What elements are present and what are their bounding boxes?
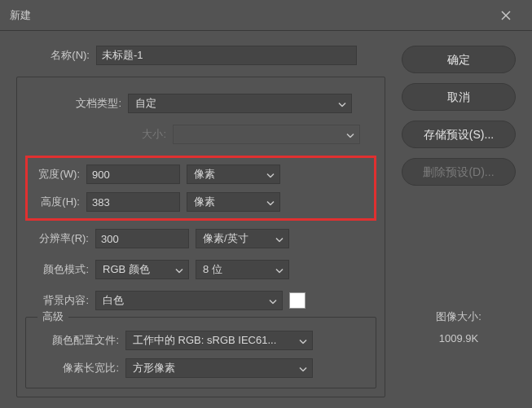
main-fieldset: 文档类型: 自定 大小: 宽度(W): 像素	[16, 77, 385, 397]
bit-depth-value: 8 位	[203, 262, 222, 277]
doc-type-value: 自定	[135, 96, 156, 111]
titlebar: 新建	[0, 0, 532, 31]
height-unit-select[interactable]: 像素	[187, 192, 280, 212]
aspect-value: 方形像素	[133, 361, 175, 375]
name-input[interactable]	[96, 46, 357, 65]
resolution-input[interactable]	[95, 229, 189, 248]
chevron-down-icon	[299, 335, 307, 347]
chevron-down-icon	[266, 169, 275, 181]
image-size-value: 1009.9K	[402, 332, 516, 344]
chevron-down-icon	[275, 264, 284, 276]
width-input[interactable]	[86, 165, 180, 184]
size-select	[173, 125, 360, 144]
image-size-label: 图像大小:	[402, 309, 516, 324]
resolution-unit-value: 像素/英寸	[203, 231, 248, 246]
chevron-down-icon	[346, 129, 354, 141]
profile-select[interactable]: 工作中的 RGB: sRGB IEC61...	[125, 331, 313, 350]
chevron-down-icon	[299, 362, 307, 375]
chevron-down-icon	[175, 264, 183, 276]
resolution-label: 分辨率(R):	[25, 231, 89, 246]
image-size-info: 图像大小: 1009.9K	[402, 309, 516, 344]
width-unit-value: 像素	[194, 167, 215, 182]
profile-value: 工作中的 RGB: sRGB IEC61...	[133, 333, 276, 348]
color-mode-label: 颜色模式:	[25, 262, 89, 277]
delete-preset-button: 删除预设(D)...	[402, 158, 516, 186]
aspect-select[interactable]: 方形像素	[125, 358, 313, 378]
height-label: 高度(H):	[33, 195, 80, 209]
aspect-label: 像素长宽比:	[34, 361, 119, 375]
color-mode-value: RGB 颜色	[103, 262, 150, 277]
color-mode-select[interactable]: RGB 颜色	[95, 260, 189, 279]
bit-depth-select[interactable]: 8 位	[196, 260, 289, 279]
close-button[interactable]	[490, 0, 522, 31]
chevron-down-icon	[269, 295, 277, 307]
dialog-title: 新建	[10, 8, 31, 23]
advanced-fieldset: 高级 颜色配置文件: 工作中的 RGB: sRGB IEC61... 像素长宽比…	[25, 317, 376, 388]
size-label: 大小:	[25, 127, 166, 142]
chevron-down-icon	[338, 98, 346, 110]
height-unit-value: 像素	[194, 195, 215, 209]
bg-value: 白色	[103, 293, 124, 308]
profile-label: 颜色配置文件:	[34, 333, 119, 348]
chevron-down-icon	[275, 233, 284, 245]
height-input[interactable]	[86, 192, 180, 212]
name-label: 名称(N):	[16, 48, 90, 63]
advanced-legend: 高级	[37, 309, 68, 324]
resolution-unit-select[interactable]: 像素/英寸	[196, 229, 289, 248]
doc-type-label: 文档类型:	[25, 96, 121, 111]
close-icon	[501, 11, 511, 20]
save-preset-button[interactable]: 存储预设(S)...	[402, 121, 516, 148]
width-label: 宽度(W):	[33, 167, 80, 182]
bg-label: 背景内容:	[25, 293, 89, 308]
bg-select[interactable]: 白色	[95, 291, 283, 310]
doc-type-select[interactable]: 自定	[128, 94, 352, 113]
chevron-down-icon	[266, 196, 275, 208]
cancel-button[interactable]: 取消	[402, 83, 516, 111]
ok-button[interactable]: 确定	[402, 46, 516, 73]
width-unit-select[interactable]: 像素	[187, 165, 280, 184]
bg-color-swatch[interactable]	[289, 292, 306, 309]
highlight-box: 宽度(W): 像素 高度(H): 像素	[25, 156, 376, 221]
